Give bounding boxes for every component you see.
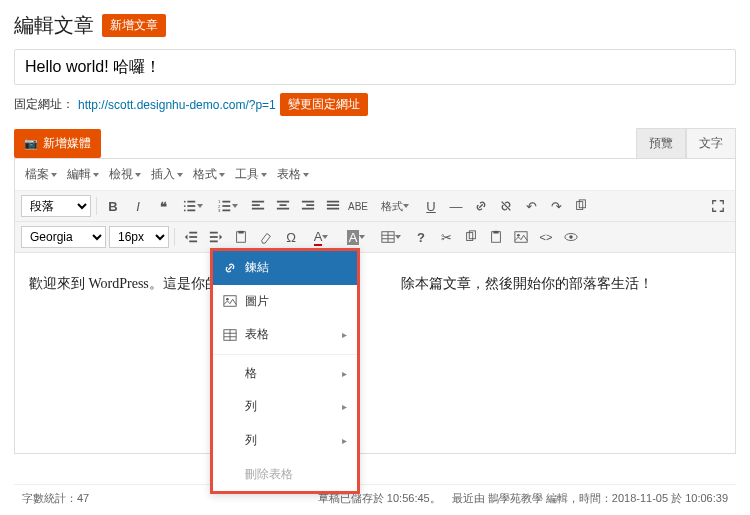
editor-menubar: 檔案 編輯 檢視 插入 格式 工具 表格 [15,159,735,191]
indent-button[interactable] [205,226,227,248]
ctx-item-link[interactable]: 鍊結 [213,251,357,285]
ctx-item-table[interactable]: 表格 ▸ [213,318,357,352]
svg-rect-20 [302,208,314,210]
toolbar-row-2: Georgia 16px Ω A A ? ✂ <> [15,222,735,253]
fullscreen-button[interactable] [707,195,729,217]
svg-rect-9 [222,205,230,207]
editor-body[interactable]: 歡迎來到 WordPress。這是你的 除本篇文章，然後開始你的部落客生活！ 鍊… [15,253,735,453]
chevron-right-icon: ▸ [342,398,347,416]
chevron-down-icon [93,173,99,177]
undo-button[interactable]: ↶ [520,195,542,217]
cut-button[interactable]: ✂ [435,226,457,248]
chevron-down-icon [135,173,141,177]
page-title: 編輯文章 [14,12,94,39]
image-icon [223,294,237,308]
copy-icon [574,199,588,213]
tab-visual[interactable]: 預覽 [636,128,686,158]
link-button[interactable] [470,195,492,217]
link-icon [474,199,488,213]
numbered-list-button[interactable]: 123 [212,195,244,217]
blockquote-button[interactable]: ❝ [152,195,174,217]
menu-file[interactable]: 檔案 [21,163,61,186]
italic-button[interactable]: I [127,195,149,217]
chevron-right-icon: ▸ [342,432,347,450]
bold-button[interactable]: B [102,195,124,217]
svg-rect-22 [327,204,339,206]
font-size-select[interactable]: 16px [109,226,169,248]
ctx-item-column[interactable]: 列 ▸ [213,424,357,458]
font-family-select[interactable]: Georgia [21,226,106,248]
chevron-right-icon: ▸ [342,326,347,344]
tab-text[interactable]: 文字 [686,128,736,158]
ctx-item-row[interactable]: 列 ▸ [213,390,357,424]
unlink-button[interactable] [495,195,517,217]
menu-edit[interactable]: 編輯 [63,163,103,186]
copy-button[interactable] [570,195,592,217]
chevron-down-icon [51,173,57,177]
align-center-button[interactable] [272,195,294,217]
ctx-item-cell[interactable]: 格 ▸ [213,357,357,391]
clear-format-button[interactable] [255,226,277,248]
image-button[interactable] [510,226,532,248]
menu-tools[interactable]: 工具 [231,163,271,186]
copy2-button[interactable] [460,226,482,248]
paste-button[interactable] [230,226,252,248]
menu-table[interactable]: 表格 [273,163,313,186]
paste2-button[interactable] [485,226,507,248]
help-button[interactable]: ? [410,226,432,248]
outdent-icon [184,230,198,244]
align-left-button[interactable] [247,195,269,217]
clipboard-icon [234,230,248,244]
redo-button[interactable]: ↷ [545,195,567,217]
add-new-post-button[interactable]: 新增文章 [102,14,166,37]
eye-icon [564,230,578,244]
underline-button[interactable]: U [420,195,442,217]
permalink-label: 固定網址： [14,96,74,113]
table-button[interactable] [375,226,407,248]
text-color-button[interactable]: A [305,226,337,248]
svg-rect-26 [189,232,197,234]
svg-rect-19 [306,204,314,206]
align-justify-button[interactable] [322,195,344,217]
align-left-icon [251,199,265,213]
svg-rect-17 [277,208,289,210]
style-format-button[interactable]: 格式 [372,195,417,217]
svg-rect-28 [189,241,197,243]
change-permalink-button[interactable]: 變更固定網址 [280,93,368,116]
svg-rect-29 [210,232,218,234]
bullet-list-icon [183,199,197,213]
add-media-button[interactable]: 新增媒體 [14,129,101,158]
svg-rect-23 [327,208,339,210]
link-icon [223,261,237,275]
svg-rect-21 [327,201,339,203]
chevron-down-icon [261,173,267,177]
ctx-item-delete-table: 刪除表格 [213,458,357,492]
table-icon [223,328,237,342]
menu-format[interactable]: 格式 [189,163,229,186]
bg-color-button[interactable]: A [340,226,372,248]
strikethrough-button[interactable]: ABE [347,195,369,217]
outdent-button[interactable] [180,226,202,248]
word-count: 字數統計：47 [22,491,89,506]
chevron-down-icon [303,173,309,177]
svg-rect-12 [252,201,264,203]
post-title-input[interactable] [14,49,736,85]
camera-icon [24,136,38,150]
svg-rect-33 [238,231,243,234]
special-char-button[interactable]: Ω [280,226,302,248]
copy-icon [464,230,478,244]
hr-button[interactable]: — [445,195,467,217]
menu-view[interactable]: 檢視 [105,163,145,186]
permalink-url[interactable]: http://scott.designhu-demo.com/?p=1 [78,98,276,112]
align-right-button[interactable] [297,195,319,217]
svg-rect-1 [187,201,195,203]
block-format-select[interactable]: 段落 [21,195,91,217]
ctx-item-image[interactable]: 圖片 [213,285,357,319]
svg-rect-30 [210,236,218,238]
bullet-list-button[interactable] [177,195,209,217]
editor-footer: 字數統計：47 草稿已儲存於 10:56:45。 最近由 鵲學苑教學 編輯，時間… [14,484,736,512]
source-button[interactable]: <> [535,226,557,248]
menu-insert[interactable]: 插入 [147,163,187,186]
preview-button[interactable] [560,226,582,248]
svg-rect-15 [277,201,289,203]
